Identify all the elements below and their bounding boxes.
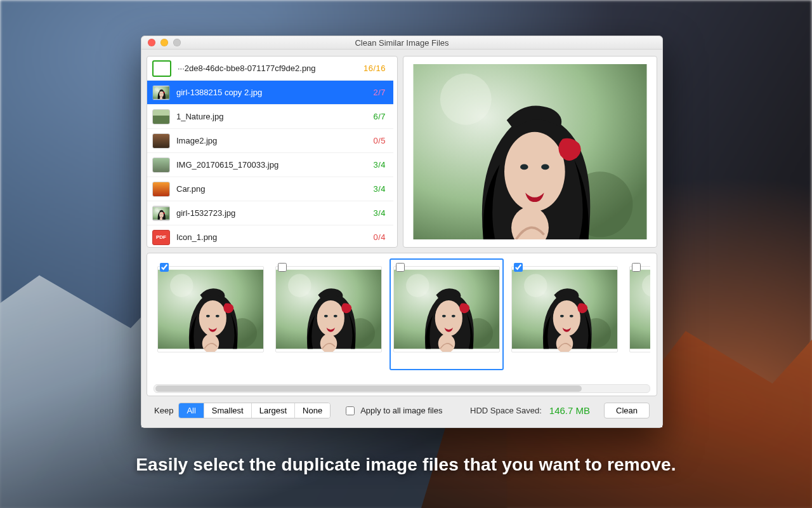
- portrait-image: [411, 64, 649, 239]
- group-list: ···2de8-46dc-bbe8-071177cf9de2.png16/16g…: [147, 56, 398, 248]
- group-filename: Image2.jpg: [176, 136, 367, 145]
- duplicate-checkbox[interactable]: [160, 263, 169, 272]
- keep-all-button[interactable]: All: [179, 403, 204, 418]
- group-row[interactable]: IMG_20170615_170033.jpg3/4: [147, 153, 393, 177]
- group-count: 2/7: [373, 88, 386, 97]
- app-window: Clean Similar Image Files ···2de8-46dc-b…: [141, 36, 663, 428]
- duplicate-cell[interactable]: [154, 258, 268, 370]
- content: ···2de8-46dc-bbe8-071177cf9de2.png16/16g…: [141, 50, 662, 427]
- keep-largest-button[interactable]: Largest: [252, 403, 295, 418]
- group-thumb: [152, 133, 170, 149]
- group-thumb: [152, 60, 171, 77]
- window-title: Clean Similar Image Files: [141, 38, 662, 48]
- group-thumb: [152, 157, 170, 173]
- duplicate-checkbox[interactable]: [632, 263, 641, 272]
- group-filename: Icon_1.png: [176, 232, 367, 242]
- group-row[interactable]: 1_Nature.jpg6/7: [147, 105, 393, 129]
- keep-none-button[interactable]: None: [295, 403, 330, 418]
- space-saved-label: HDD Space Saved:: [470, 406, 542, 415]
- group-count: 6/7: [373, 112, 386, 121]
- apply-all-label: Apply to all image files: [360, 406, 442, 415]
- group-thumb: [152, 182, 170, 197]
- preview-pane: [403, 56, 657, 248]
- group-filename: girl-1388215 copy 2.jpg: [176, 88, 367, 97]
- duplicate-cell[interactable]: [625, 258, 650, 370]
- duplicate-cell[interactable]: [508, 258, 622, 370]
- clean-button[interactable]: Clean: [604, 403, 650, 418]
- group-filename: 1_Nature.jpg: [176, 112, 367, 121]
- duplicate-image: [275, 266, 382, 352]
- group-row[interactable]: girl-1388215 copy 2.jpg2/7: [147, 81, 393, 105]
- marketing-caption: Easily select the duplicate image files …: [0, 455, 812, 475]
- group-filename: girl-1532723.jpg: [176, 208, 367, 218]
- group-count: 3/4: [373, 208, 386, 218]
- keep-segment: All Smallest Largest None: [178, 403, 331, 418]
- duplicate-cell[interactable]: [272, 258, 386, 370]
- space-saved-value: 146.7 MB: [549, 405, 590, 416]
- group-count: 16/16: [363, 64, 386, 73]
- group-filename: IMG_20170615_170033.jpg: [176, 160, 367, 170]
- group-thumb: [152, 230, 170, 245]
- top-row: ···2de8-46dc-bbe8-071177cf9de2.png16/16g…: [147, 50, 657, 248]
- group-thumb: [152, 85, 170, 100]
- duplicates-strip: [147, 253, 657, 396]
- duplicate-image: [157, 266, 264, 352]
- group-filename: ···2de8-46dc-bbe8-071177cf9de2.png: [178, 64, 357, 73]
- keep-smallest-button[interactable]: Smallest: [204, 403, 252, 418]
- group-thumb: [152, 109, 170, 124]
- duplicate-image: [511, 266, 618, 352]
- group-filename: Car.png: [176, 184, 367, 194]
- group-list-scroll[interactable]: ···2de8-46dc-bbe8-071177cf9de2.png16/16g…: [147, 57, 393, 247]
- group-row[interactable]: Image2.jpg0/5: [147, 129, 393, 153]
- group-count: 3/4: [373, 184, 386, 194]
- apply-all-input[interactable]: [346, 406, 355, 415]
- keep-label: Keep: [154, 406, 173, 415]
- group-row[interactable]: girl-1532723.jpg3/4: [147, 201, 393, 225]
- group-row[interactable]: Icon_1.png0/4: [147, 225, 393, 247]
- group-count: 3/4: [373, 160, 386, 170]
- duplicate-checkbox[interactable]: [514, 263, 523, 272]
- duplicate-checkbox[interactable]: [396, 263, 405, 272]
- group-row[interactable]: Car.png3/4: [147, 177, 393, 201]
- duplicate-image: [393, 266, 500, 352]
- group-count: 0/5: [373, 136, 386, 145]
- group-thumb: [152, 206, 170, 221]
- duplicate-cell[interactable]: [390, 258, 504, 370]
- scrollbar-thumb[interactable]: [155, 385, 582, 392]
- preview-image: [411, 64, 649, 239]
- duplicate-checkbox[interactable]: [278, 263, 287, 272]
- footer: Keep All Smallest Largest None Apply to …: [147, 396, 657, 427]
- duplicates-cells: [154, 258, 650, 382]
- group-row[interactable]: ···2de8-46dc-bbe8-071177cf9de2.png16/16: [147, 57, 393, 81]
- duplicate-image: [629, 266, 650, 352]
- duplicates-scrollbar[interactable]: [154, 384, 650, 393]
- titlebar: Clean Similar Image Files: [141, 36, 662, 50]
- group-count: 0/4: [373, 232, 386, 242]
- apply-all-checkbox[interactable]: Apply to all image files: [343, 404, 442, 417]
